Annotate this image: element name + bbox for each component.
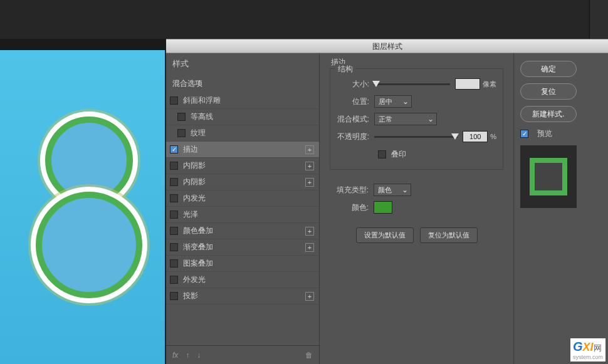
style-checkbox[interactable]: [170, 194, 178, 202]
style-item[interactable]: 纹理: [166, 125, 319, 142]
style-label: 内发光: [183, 193, 314, 204]
styles-header: 样式: [166, 53, 319, 75]
style-item[interactable]: 投影+: [166, 288, 319, 304]
style-item[interactable]: 内发光: [166, 190, 319, 207]
blend-mode-label: 混合模式:: [337, 114, 374, 125]
opacity-label: 不透明度:: [337, 132, 374, 142]
style-label: 纹理: [191, 128, 314, 138]
style-item[interactable]: 颜色叠加+: [166, 223, 319, 239]
style-checkbox[interactable]: [170, 96, 178, 105]
add-effect-icon[interactable]: +: [305, 162, 314, 170]
style-checkbox[interactable]: [170, 259, 178, 268]
overprint-checkbox[interactable]: [378, 150, 386, 159]
style-checkbox[interactable]: ✓: [170, 145, 178, 153]
style-checkbox[interactable]: [170, 227, 178, 235]
set-default-button[interactable]: 设置为默认值: [356, 227, 414, 243]
style-checkbox[interactable]: [170, 243, 178, 251]
style-label: 内阴影: [183, 160, 305, 171]
structure-title: 结构: [335, 64, 355, 75]
style-item[interactable]: 图案叠加: [166, 256, 319, 272]
style-checkbox[interactable]: [170, 276, 178, 284]
add-effect-icon[interactable]: +: [305, 227, 314, 236]
color-swatch[interactable]: [374, 201, 392, 214]
style-item[interactable]: 内阴影+: [166, 158, 319, 174]
style-label: 内阴影: [183, 177, 305, 187]
size-slider[interactable]: [374, 83, 450, 85]
right-panel: 确定 复位 新建样式. ✓ 预览: [514, 53, 608, 364]
style-label: 渐变叠加: [183, 242, 305, 252]
opacity-unit: %: [490, 133, 496, 140]
style-label: 外发光: [183, 274, 314, 285]
style-checkbox[interactable]: [170, 162, 178, 170]
style-item[interactable]: 斜面和浮雕: [166, 93, 319, 109]
style-label: 光泽: [183, 209, 314, 220]
figure-8-shape: [29, 110, 136, 304]
position-select[interactable]: 居中: [374, 95, 412, 108]
style-item[interactable]: ✓描边+: [166, 142, 319, 158]
trash-icon[interactable]: 🗑: [305, 351, 313, 360]
style-label: 图案叠加: [183, 258, 314, 269]
preview-label: 预览: [537, 128, 552, 139]
watermark: GXI网 system.com: [570, 338, 605, 361]
preview-box: [520, 145, 577, 208]
layer-style-dialog: 图层样式 样式 混合选项 斜面和浮雕等高线纹理✓描边+内阴影+内阴影+内发光光泽…: [166, 39, 608, 364]
reset-default-button[interactable]: 复位为默认值: [420, 227, 478, 243]
color-label: 颜色:: [336, 202, 374, 213]
add-effect-icon[interactable]: +: [305, 243, 314, 252]
opacity-input[interactable]: [463, 131, 488, 142]
style-item[interactable]: 等高线: [166, 109, 319, 125]
fill-type-label: 填充类型:: [336, 185, 374, 195]
size-unit: 像素: [483, 80, 496, 89]
overprint-label: 叠印: [391, 149, 406, 160]
style-label: 投影: [183, 291, 305, 301]
add-effect-icon[interactable]: +: [305, 292, 314, 301]
position-label: 位置:: [337, 96, 374, 107]
blend-mode-select[interactable]: 正常: [374, 113, 437, 125]
new-style-button[interactable]: 新建样式.: [520, 106, 577, 122]
arrow-down-icon[interactable]: ↓: [197, 351, 201, 360]
ok-button[interactable]: 确定: [520, 61, 577, 77]
style-checkbox[interactable]: [170, 292, 178, 300]
style-item[interactable]: 渐变叠加+: [166, 239, 319, 256]
style-checkbox[interactable]: [170, 211, 178, 219]
styles-panel: 样式 混合选项 斜面和浮雕等高线纹理✓描边+内阴影+内阴影+内发光光泽颜色叠加+…: [166, 53, 320, 364]
styles-footer: fx ↑ ↓ 🗑: [166, 345, 319, 364]
add-effect-icon[interactable]: +: [305, 145, 314, 154]
style-item[interactable]: 内阴影+: [166, 174, 319, 190]
style-item[interactable]: 外发光: [166, 272, 319, 288]
add-effect-icon[interactable]: +: [305, 178, 314, 187]
preview-checkbox[interactable]: ✓: [520, 130, 528, 138]
reset-button[interactable]: 复位: [520, 83, 577, 100]
canvas-preview: [0, 50, 165, 364]
fx-icon[interactable]: fx: [172, 351, 178, 360]
style-label: 颜色叠加: [183, 226, 305, 236]
blend-options[interactable]: 混合选项: [166, 75, 319, 93]
style-label: 描边: [183, 144, 305, 155]
style-checkbox[interactable]: [177, 129, 186, 137]
arrow-up-icon[interactable]: ↑: [186, 351, 189, 360]
style-label: 等高线: [191, 112, 314, 122]
style-checkbox[interactable]: [177, 113, 186, 121]
dialog-title[interactable]: 图层样式: [166, 39, 608, 53]
size-label: 大小:: [337, 79, 374, 90]
opacity-slider[interactable]: [374, 136, 458, 138]
style-checkbox[interactable]: [170, 178, 178, 186]
settings-panel: 描边 结构 大小: 像素 位置: 居中: [320, 53, 514, 364]
style-label: 斜面和浮雕: [183, 95, 314, 106]
fill-type-select[interactable]: 颜色: [374, 184, 411, 196]
style-item[interactable]: 光泽: [166, 207, 319, 223]
size-input[interactable]: [455, 78, 480, 90]
